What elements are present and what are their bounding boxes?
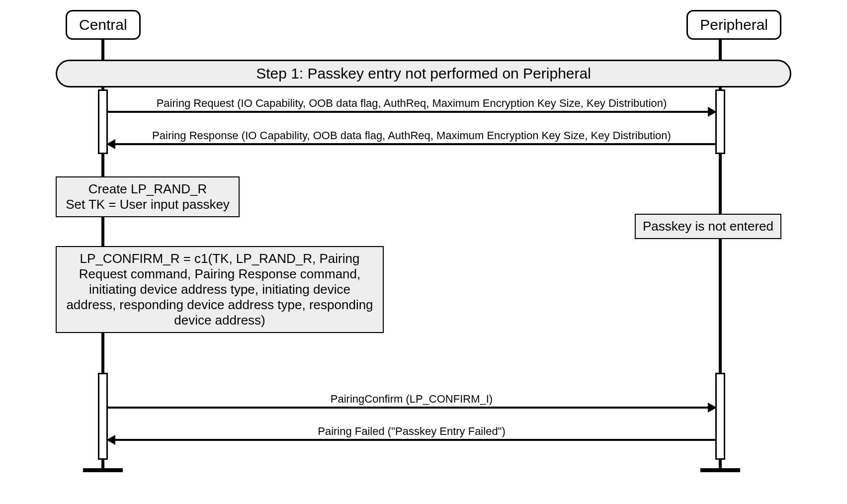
lifeline-end-central (83, 468, 123, 472)
message-pairing-response: Pairing Response (IO Capability, OOB dat… (107, 129, 716, 145)
message-pairing-request-label: Pairing Request (IO Capability, OOB data… (107, 97, 716, 110)
message-pairing-confirm-label: PairingConfirm (LP_CONFIRM_I) (107, 393, 716, 406)
activation-peripheral-2 (715, 373, 725, 460)
note-lp-confirm-label: LP_CONFIRM_R = c1(TK, LP_RAND_R, Pairing… (66, 251, 373, 328)
arrow-right-icon (107, 407, 716, 409)
arrow-left-icon (107, 143, 716, 145)
message-pairing-failed-label: Pairing Failed ("Passkey Entry Failed") (107, 425, 716, 438)
note-create-rand-line1: Create LP_RAND_R (64, 181, 232, 197)
lifeline-end-peripheral (700, 468, 740, 472)
step-banner-label: Step 1: Passkey entry not performed on P… (256, 65, 591, 82)
participant-peripheral: Peripheral (686, 10, 781, 40)
sequence-diagram: Central Peripheral Step 1: Passkey entry… (56, 10, 791, 477)
note-create-rand: Create LP_RAND_R Set TK = User input pas… (56, 176, 240, 217)
arrow-right-icon (107, 111, 716, 113)
note-lp-confirm: LP_CONFIRM_R = c1(TK, LP_RAND_R, Pairing… (56, 246, 384, 333)
activation-peripheral-1 (715, 89, 725, 154)
note-create-rand-line2: Set TK = User input passkey (64, 197, 232, 212)
participant-peripheral-label: Peripheral (700, 16, 768, 33)
message-pairing-response-label: Pairing Response (IO Capability, OOB dat… (107, 129, 716, 142)
participant-central: Central (66, 10, 141, 40)
message-pairing-confirm: PairingConfirm (LP_CONFIRM_I) (107, 393, 716, 409)
note-passkey-not-entered-label: Passkey is not entered (643, 219, 773, 234)
message-pairing-request: Pairing Request (IO Capability, OOB data… (107, 97, 716, 113)
arrow-left-icon (107, 439, 716, 441)
activation-central-2 (98, 373, 108, 460)
step-banner: Step 1: Passkey entry not performed on P… (56, 60, 791, 87)
message-pairing-failed: Pairing Failed ("Passkey Entry Failed") (107, 425, 716, 441)
participant-central-label: Central (79, 16, 127, 33)
note-passkey-not-entered: Passkey is not entered (635, 214, 781, 239)
